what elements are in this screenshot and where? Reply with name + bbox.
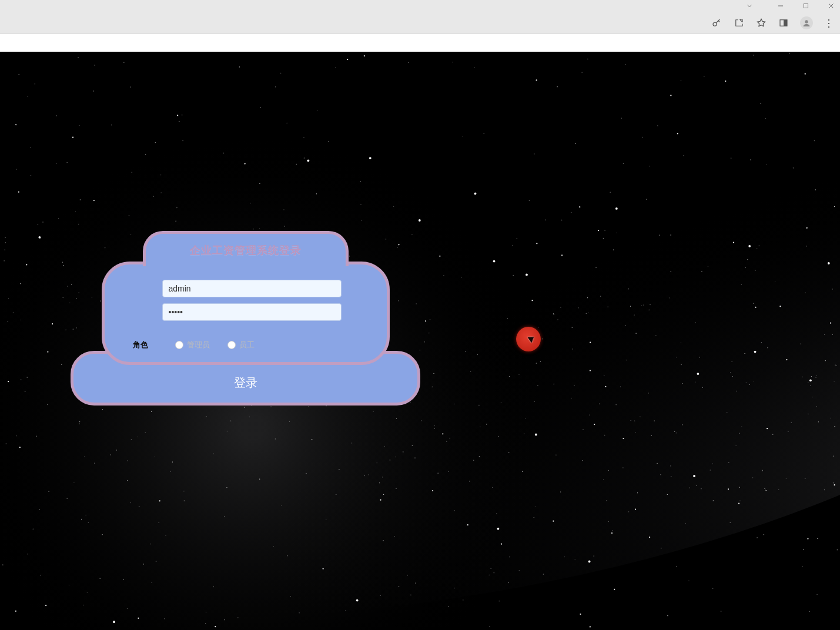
page-content: 企业工资管理系统登录 角色 管理员 员工 登录 — [0, 52, 840, 630]
role-option-admin[interactable]: 管理员 — [175, 340, 210, 350]
window-maximize-button[interactable] — [801, 1, 811, 11]
kebab-menu-icon[interactable]: ⋯ — [824, 17, 835, 29]
profile-avatar-icon[interactable] — [800, 16, 813, 29]
login-title: 企业工资管理系统登录 — [190, 243, 302, 257]
browser-toolbar: ⋯ — [0, 12, 840, 34]
login-title-cap: 企业工资管理系统登录 — [143, 231, 349, 266]
login-body: 角色 管理员 员工 — [102, 262, 390, 365]
chevron-down-icon[interactable] — [744, 1, 755, 11]
role-option-admin-label: 管理员 — [187, 340, 210, 350]
password-input[interactable] — [162, 303, 342, 321]
share-icon[interactable] — [733, 17, 745, 29]
role-option-employee-label: 员工 — [239, 340, 255, 350]
login-form: 企业工资管理系统登录 角色 管理员 员工 登录 — [71, 231, 420, 406]
role-label: 角色 — [133, 340, 148, 350]
window-minimize-button[interactable] — [775, 1, 786, 11]
window-close-button[interactable] — [826, 1, 836, 11]
window-titlebar — [0, 0, 840, 12]
username-input[interactable] — [162, 280, 342, 297]
recording-cursor-indicator — [516, 327, 541, 351]
role-radio-employee[interactable] — [227, 341, 236, 349]
star-icon[interactable] — [755, 17, 767, 29]
role-row: 角色 管理员 员工 — [133, 340, 363, 350]
svg-rect-3 — [784, 19, 787, 26]
svg-point-4 — [805, 20, 808, 23]
side-panel-icon[interactable] — [778, 17, 789, 29]
role-option-employee[interactable]: 员工 — [227, 340, 255, 350]
key-icon[interactable] — [711, 17, 722, 29]
role-radio-admin[interactable] — [175, 341, 183, 349]
svg-point-1 — [713, 22, 717, 26]
svg-rect-0 — [804, 4, 808, 8]
login-submit-button[interactable]: 登录 — [222, 373, 269, 393]
page-top-strip — [0, 34, 840, 52]
